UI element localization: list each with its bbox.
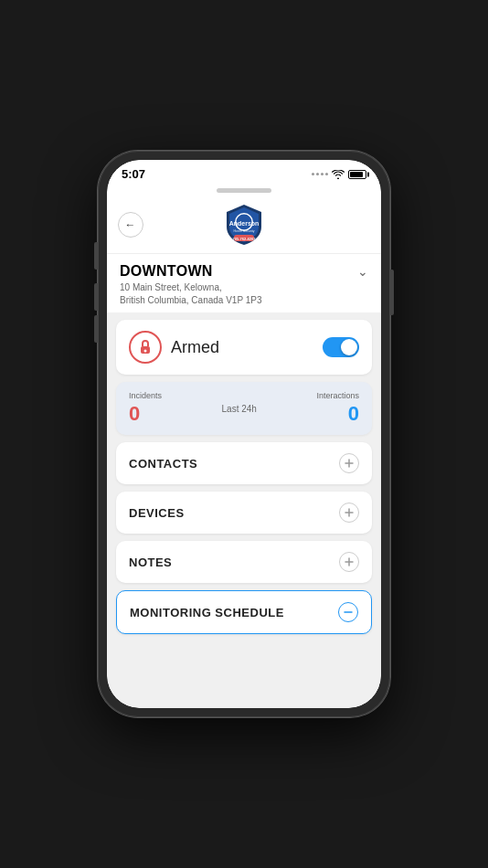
svg-text:Home Security: Home Security: [234, 229, 255, 233]
plus-icon: [344, 458, 355, 469]
location-row: DOWNTOWN ⌄: [120, 263, 368, 280]
interactions-label: Interactions: [316, 391, 359, 400]
location-name: DOWNTOWN: [120, 263, 213, 280]
battery-icon: [348, 170, 366, 179]
phone-frame: 5:07: [98, 151, 390, 717]
back-button[interactable]: ←: [118, 212, 143, 238]
monitoring-collapse-icon[interactable]: [338, 602, 358, 622]
notes-section[interactable]: NOTES: [116, 541, 372, 583]
armed-label: Armed: [171, 338, 219, 357]
monitoring-section[interactable]: MONITORING SCHEDULE: [116, 590, 372, 634]
contacts-label: CONTACTS: [129, 457, 197, 471]
signal-icon: [312, 173, 328, 175]
location-address: 10 Main Street, Kelowna, British Columbi…: [120, 281, 368, 307]
wifi-icon: [332, 170, 345, 179]
speaker: [217, 188, 271, 193]
incidents-stat: Incidents 0: [129, 391, 162, 426]
status-time: 5:07: [122, 167, 145, 181]
contacts-section[interactable]: CONTACTS: [116, 442, 372, 484]
back-arrow-icon: ←: [125, 218, 136, 231]
svg-text:705-762-4202: 705-762-4202: [233, 237, 257, 241]
interactions-stat: Interactions 0: [316, 391, 359, 426]
nav-bar: ← Anderson Home Security 705-762-4202: [107, 198, 381, 254]
armed-left: Armed: [129, 331, 219, 364]
location-header: DOWNTOWN ⌄ 10 Main Street, Kelowna, Brit…: [107, 254, 381, 312]
svg-text:Anderson: Anderson: [229, 220, 260, 227]
plus-icon: [344, 556, 355, 567]
incidents-label: Incidents: [129, 391, 162, 400]
lock-circle: [129, 331, 162, 364]
svg-point-7: [144, 350, 147, 353]
chevron-down-icon[interactable]: ⌄: [357, 264, 368, 279]
screen: 5:07: [107, 160, 381, 708]
phone-inner: 5:07: [107, 160, 381, 708]
monitoring-label: MONITORING SCHEDULE: [130, 606, 284, 619]
notes-label: NOTES: [129, 556, 172, 569]
main-content: DOWNTOWN ⌄ 10 Main Street, Kelowna, Brit…: [107, 254, 381, 708]
status-icons: [312, 170, 366, 179]
devices-expand-icon[interactable]: [339, 503, 359, 523]
cards-container: Armed Incidents 0 Last 24h: [107, 312, 381, 641]
camera-area: [107, 185, 381, 198]
minus-icon: [343, 607, 354, 618]
last-24h-label: Last 24h: [222, 404, 257, 414]
devices-label: DEVICES: [129, 506, 185, 520]
toggle-knob: [341, 339, 357, 355]
devices-section[interactable]: DEVICES: [116, 492, 372, 534]
shield-logo-icon: Anderson Home Security 705-762-4202: [225, 204, 263, 246]
notes-expand-icon[interactable]: [339, 552, 359, 572]
incidents-value: 0: [129, 402, 140, 426]
armed-toggle[interactable]: [323, 337, 359, 357]
armed-card: Armed: [116, 320, 372, 375]
interactions-value: 0: [348, 402, 359, 426]
contacts-expand-icon[interactable]: [339, 453, 359, 473]
brand-logo: Anderson Home Security 705-762-4202: [225, 204, 263, 246]
stats-card: Incidents 0 Last 24h Interactions 0: [116, 382, 372, 435]
plus-icon: [344, 507, 355, 518]
lock-icon: [138, 339, 153, 355]
status-bar: 5:07: [107, 160, 381, 185]
